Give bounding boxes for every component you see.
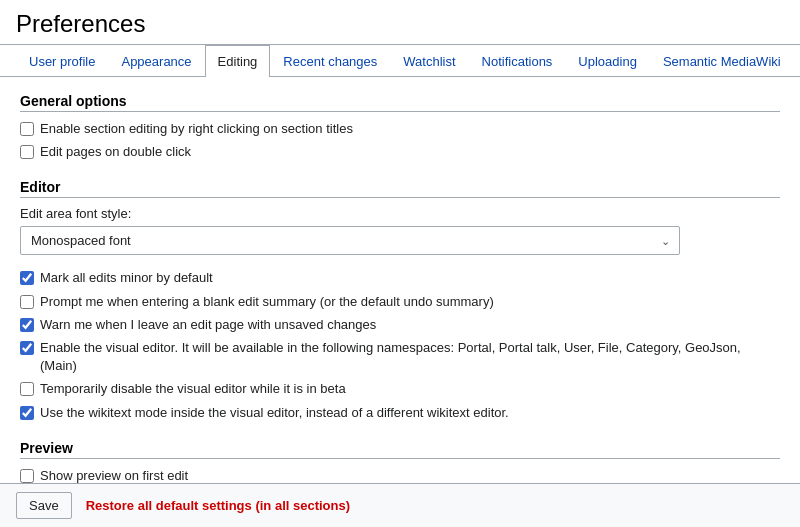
font-style-select[interactable]: Monospaced font Browser default <box>20 226 680 255</box>
footer-bar: Save Restore all default settings (in al… <box>0 483 800 527</box>
enable-section-editing-label: Enable section editing by right clicking… <box>40 120 353 138</box>
editor-title: Editor <box>20 179 780 198</box>
tabs-bar: User profile Appearance Editing Recent c… <box>0 45 800 77</box>
page-title: Preferences <box>0 0 800 45</box>
checkbox-row-edit-pages-double-click: Edit pages on double click <box>20 143 780 161</box>
tab-editing[interactable]: Editing <box>205 45 271 77</box>
checkbox-row-mark-edits-minor: Mark all edits minor by default <box>20 269 780 287</box>
prompt-blank-summary-checkbox[interactable] <box>20 295 34 309</box>
enable-visual-editor-label: Enable the visual editor. It will be ava… <box>40 339 780 375</box>
edit-pages-double-click-label: Edit pages on double click <box>40 143 191 161</box>
tab-semantic-mediawiki[interactable]: Semantic MediaWiki <box>650 45 794 77</box>
save-button[interactable]: Save <box>16 492 72 519</box>
checkbox-row-use-wikitext-mode: Use the wikitext mode inside the visual … <box>20 404 780 422</box>
font-style-label: Edit area font style: <box>20 206 780 221</box>
tab-notifications[interactable]: Notifications <box>469 45 566 77</box>
section-editor: Editor Edit area font style: Monospaced … <box>20 179 780 421</box>
tab-appearance[interactable]: Appearance <box>108 45 204 77</box>
use-wikitext-mode-checkbox[interactable] <box>20 406 34 420</box>
warn-unsaved-checkbox[interactable] <box>20 318 34 332</box>
enable-visual-editor-checkbox[interactable] <box>20 341 34 355</box>
tab-watchlist[interactable]: Watchlist <box>390 45 468 77</box>
mark-edits-minor-checkbox[interactable] <box>20 271 34 285</box>
checkbox-row-disable-visual-editor-beta: Temporarily disable the visual editor wh… <box>20 380 780 398</box>
general-options-title: General options <box>20 93 780 112</box>
tab-user-profile[interactable]: User profile <box>16 45 108 77</box>
restore-defaults-link[interactable]: Restore all default settings (in all sec… <box>86 498 350 513</box>
disable-visual-editor-beta-label: Temporarily disable the visual editor wh… <box>40 380 346 398</box>
warn-unsaved-label: Warn me when I leave an edit page with u… <box>40 316 376 334</box>
preview-title: Preview <box>20 440 780 459</box>
show-preview-first-edit-checkbox[interactable] <box>20 469 34 483</box>
font-style-field: Edit area font style: Monospaced font Br… <box>20 206 780 255</box>
main-content: General options Enable section editing b… <box>0 77 800 527</box>
checkbox-row-warn-unsaved: Warn me when I leave an edit page with u… <box>20 316 780 334</box>
font-style-select-wrapper: Monospaced font Browser default ⌄ <box>20 226 680 255</box>
checkbox-row-enable-section-editing: Enable section editing by right clicking… <box>20 120 780 138</box>
edit-pages-double-click-checkbox[interactable] <box>20 145 34 159</box>
use-wikitext-mode-label: Use the wikitext mode inside the visual … <box>40 404 509 422</box>
mark-edits-minor-label: Mark all edits minor by default <box>40 269 213 287</box>
tab-uploading[interactable]: Uploading <box>565 45 650 77</box>
section-general-options: General options Enable section editing b… <box>20 93 780 161</box>
checkbox-row-prompt-blank-summary: Prompt me when entering a blank edit sum… <box>20 293 780 311</box>
checkbox-row-enable-visual-editor: Enable the visual editor. It will be ava… <box>20 339 780 375</box>
tab-recent-changes[interactable]: Recent changes <box>270 45 390 77</box>
disable-visual-editor-beta-checkbox[interactable] <box>20 382 34 396</box>
enable-section-editing-checkbox[interactable] <box>20 122 34 136</box>
prompt-blank-summary-label: Prompt me when entering a blank edit sum… <box>40 293 494 311</box>
